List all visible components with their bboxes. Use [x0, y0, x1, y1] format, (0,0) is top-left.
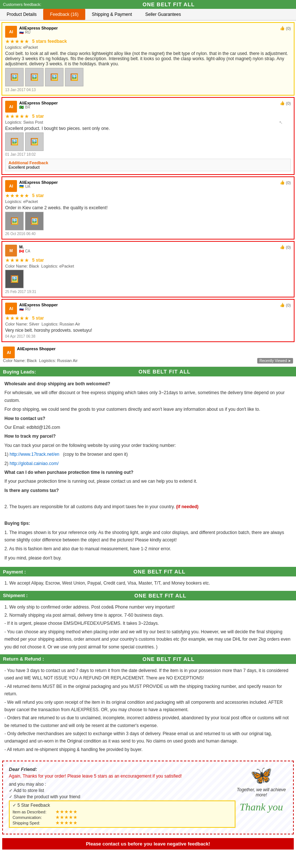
- review-text-5: Very nice belt. horoshy prodovets. sovet…: [5, 328, 291, 333]
- ty-item-1: ✓ Add to store list: [9, 788, 235, 793]
- tab-shipping[interactable]: Shipping & Payment: [85, 9, 139, 20]
- reviewer-country-2: 🇧🇷 BR: [19, 105, 58, 109]
- review-images-3: 🖼️ 🖼️: [5, 212, 291, 230]
- stars-5: ★★★★★: [5, 315, 29, 321]
- header-title: ONE BELT FIT ALL: [44, 1, 293, 7]
- shipping-rating: Shipping Sped: ★★★★★: [13, 820, 232, 826]
- review-text-1: Cool belt. to look at all well. the clas…: [5, 51, 291, 66]
- reviewer-country-3: 🇺🇦 UA: [19, 185, 58, 189]
- logistics-2: Logistics: Swiss Post: [5, 120, 291, 124]
- review-helpful-3[interactable]: 👍 (0): [280, 180, 291, 185]
- rating-line-4: ★★★★★ 5 star: [5, 257, 291, 263]
- ty-item-2: ✓ Share the product with your friend: [9, 794, 235, 799]
- dear-label: Dear Friend:: [9, 767, 235, 772]
- return-header: Return & Refund : ONE BELT FIT ALL: [0, 654, 296, 664]
- review-helpful-5[interactable]: 👍 (0): [280, 303, 291, 307]
- reviewer-country-4: 🇨🇦 CA: [19, 249, 30, 253]
- rating-label-3: 5 star: [32, 193, 44, 198]
- communication-rating: Communication: ★★★★★: [13, 814, 232, 820]
- reviewer-name-5: AliExpress Shopper: [19, 303, 58, 307]
- payment-header: Payment : ONE BELT FIT ALL: [0, 567, 296, 576]
- stars-2: ★★★★★: [5, 113, 29, 119]
- thank-you-card: Dear Friend: Again, Thanks for your orde…: [2, 761, 294, 834]
- review-thumb[interactable]: 🖼️: [45, 68, 63, 86]
- thumbs-up-icon: 👍: [280, 180, 285, 185]
- buying-leads-header: Buying Leads: ONE BELT FIT ALL: [0, 367, 296, 376]
- logistics-4: Color Name: Black Logistics: ePacket: [5, 264, 291, 268]
- review-item: 👍 (0) AI AliExpress Shopper 🇺🇦 UA ★★★★★ …: [1, 176, 295, 240]
- review-helpful-4[interactable]: 👍 (0): [280, 245, 291, 249]
- review-thumb[interactable]: 🖼️: [25, 68, 44, 86]
- track-link-2[interactable]: http://global.cainiao.com/: [10, 461, 59, 466]
- payment-label: Payment :: [3, 569, 26, 575]
- track-link-1[interactable]: http://www.17track.net/en: [10, 452, 59, 457]
- item-described-rating: Item as Described: ★★★★★: [13, 809, 232, 814]
- helpful-count-4: (0): [286, 245, 291, 249]
- reviewer-avatar-4: M: [5, 245, 17, 256]
- flag-icon-2: 🇧🇷: [19, 105, 24, 109]
- payment-body: 1. We accept Alipay, Escrow, West Union,…: [0, 576, 296, 590]
- rating-label-1: 5 stars feedback: [32, 39, 67, 44]
- review-helpful-1[interactable]: 👍 (0): [280, 26, 291, 31]
- return-label: Return & Refund :: [3, 656, 44, 662]
- reviews-area: 👍 (0) AI AliExpress Shopper 🇷🇺 RU ★★★★★ …: [0, 22, 296, 367]
- rating-line-5: ★★★★★ 5 star: [5, 315, 291, 321]
- shipment-title: ONE BELT FIT ALL: [28, 593, 293, 599]
- review-images-2: 🖼️ 🖼️: [5, 132, 291, 151]
- buying-leads-label: Buying Leads:: [3, 369, 36, 375]
- review-thumb[interactable]: 🖼️: [65, 68, 83, 86]
- review-date-1: 13 Jan 2017 04:13: [5, 88, 291, 92]
- bottom-notice: Please contact us before you leave negat…: [2, 838, 294, 850]
- tab-feedback[interactable]: Feedback (16): [43, 9, 85, 20]
- review-date-2: 01 Jan 2017 18:02: [5, 152, 291, 156]
- additional-feedback-text: Excellent product: [8, 165, 288, 169]
- review-thumb[interactable]: 🖼️: [5, 270, 24, 288]
- review-thumb[interactable]: 🖼️: [5, 132, 24, 151]
- review-text-2: Excellent product. I bought two pieces. …: [5, 126, 291, 131]
- thumbs-up-icon: 👍: [280, 101, 285, 106]
- tab-seller[interactable]: Seller Guarantees: [138, 9, 187, 20]
- review-images-1: 🖼️ 🖼️ 🖼️ 🖼️: [5, 68, 291, 86]
- logistics-3: Logistics: ePacket: [5, 199, 291, 204]
- customers-feedback-label: Customers feedback:: [3, 2, 41, 7]
- header-bar: Customers feedback: ONE BELT FIT ALL: [0, 0, 296, 9]
- flag-icon-4: 🇨🇦: [19, 249, 24, 253]
- shipment-header: Shipment : ONE BELT FIT ALL: [0, 591, 296, 600]
- reviewer-name-6: AliExpress Shopper: [17, 347, 56, 351]
- recently-viewed-button[interactable]: Recently Viewed ➤: [257, 358, 293, 364]
- stars-3: ★★★★★: [5, 193, 29, 199]
- review-thumb[interactable]: 🖼️: [25, 132, 44, 151]
- reviewer-country-1: 🇷🇺 RU: [19, 30, 58, 34]
- logistics-5: Color Name: Silver Logistics: Russian Ai…: [5, 322, 291, 326]
- shipment-label: Shipment :: [3, 593, 28, 598]
- together-label: Together, we will achieve more!: [235, 787, 287, 798]
- review-item: AI AliExpress Shopper Color Name: Black …: [0, 344, 296, 367]
- helpful-count-3: (0): [286, 180, 291, 185]
- review-text-3: Order in Kiev came 2 weeks. the quality …: [5, 205, 291, 210]
- payment-title: ONE BELT FIT ALL: [26, 569, 293, 575]
- tabs-bar: Product Details Feedback (16) Shipping &…: [0, 9, 296, 21]
- ty-item-3: ✓ 5 Star Feedback: [13, 803, 232, 808]
- thank-you-left: Dear Friend: Again, Thanks for your orde…: [9, 767, 235, 829]
- review-thumb[interactable]: 🖼️: [5, 68, 24, 86]
- review-date-3: 26 Oct 2016 06:40: [5, 232, 291, 236]
- flag-icon-3: 🇺🇦: [19, 185, 24, 189]
- review-thumb[interactable]: 🖼️: [25, 212, 44, 230]
- thumbs-up-icon: 👍: [280, 245, 285, 249]
- review-item: 👍 (0) AI AliExpress Shopper 🇷🇺 RU ★★★★★ …: [1, 299, 295, 342]
- ty-list: and you may also : ✓ Add to store list ✓…: [9, 782, 235, 828]
- rating-line-2: ★★★★★ 5 star: [5, 113, 291, 119]
- rating-line-1: ★★★★★ 5 stars feedback: [5, 38, 291, 44]
- reviewer-avatar-2: AI: [5, 101, 17, 113]
- rating-label-2: 5 star: [32, 114, 44, 119]
- stars-1: ★★★★★: [5, 38, 29, 44]
- tab-product-details[interactable]: Product Details: [0, 9, 43, 20]
- review-helpful-2[interactable]: 👍 (0): [280, 101, 291, 106]
- rating-line-3: ★★★★★ 5 star: [5, 193, 291, 199]
- review-date-5: 04 Apr 2017 06:38: [5, 334, 291, 338]
- reviewer-avatar-6: AI: [3, 347, 15, 358]
- thumbs-up-icon: 👍: [280, 303, 285, 307]
- reviewer-name-3: AliExpress Shopper: [19, 180, 58, 185]
- review-thumb[interactable]: 🖼️: [5, 212, 24, 230]
- logistics-6: Color Name: Black Logistics: Russian Air: [3, 358, 293, 363]
